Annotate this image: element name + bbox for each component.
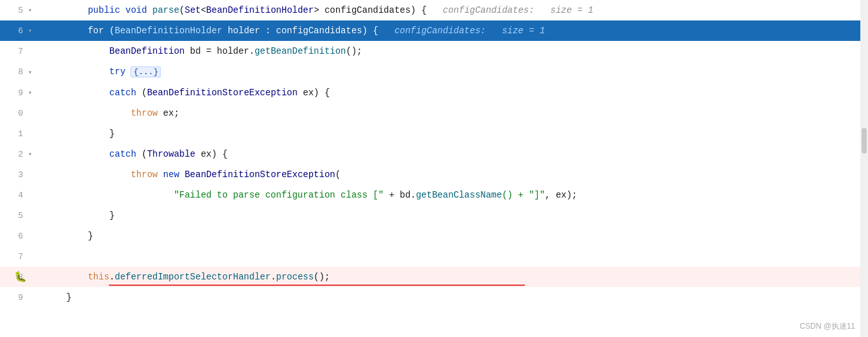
kw-orange-token: this	[88, 272, 109, 282]
code-content: try {...}	[40, 61, 868, 82]
line-gutter: 7	[0, 246, 40, 267]
line-gutter: 8▾	[0, 61, 40, 82]
fold-icon	[26, 293, 35, 302]
line-gutter: 5	[0, 205, 40, 226]
method-token: process	[276, 272, 314, 282]
string-token: () + "]"	[502, 190, 545, 200]
method-token: getBeanDefinition	[255, 46, 346, 56]
code-content: "Failed to parse configuration class [" …	[40, 185, 868, 205]
code-editor: 5▾ public void parse(Set<BeanDefinitionH…	[0, 0, 868, 337]
method-token: deferredImportSelectorHandler	[115, 272, 271, 282]
code-content: }	[40, 205, 868, 226]
line-number: 0	[10, 109, 23, 118]
error-underline	[109, 284, 525, 286]
var-token: + bd.	[383, 190, 415, 200]
var-token: ex;	[157, 108, 179, 118]
line-gutter: 0	[0, 103, 40, 123]
code-content: for (BeanDefinitionHolder holder : confi…	[40, 20, 868, 41]
punct-token: ();	[314, 272, 330, 282]
code-content: BeanDefinition bd = holder.getBeanDefini…	[40, 41, 868, 61]
type-token: Set	[184, 5, 200, 15]
fold-icon	[26, 252, 35, 261]
code-line: 6 }	[0, 226, 868, 246]
code-line: 3 throw new BeanDefinitionStoreException…	[0, 164, 868, 185]
type-token: BeanDefinitionHolder	[206, 5, 314, 15]
string-token: "Failed to parse configuration class ["	[174, 190, 384, 200]
kw-token: catch	[109, 149, 136, 159]
code-line: 8▾ try {...}	[0, 61, 868, 82]
line-gutter: 3	[0, 164, 40, 185]
fold-icon[interactable]: ▾	[26, 6, 35, 15]
type-token: BeanDefinitionStoreException	[147, 88, 298, 98]
hint-token: configCandidates: size = 1	[427, 5, 593, 15]
line-gutter: 6▾	[0, 20, 40, 41]
fold-icon	[26, 109, 35, 118]
fold-icon	[26, 272, 35, 281]
line-gutter: 9▾	[0, 82, 40, 103]
var-token: ex) {	[298, 88, 330, 98]
type-token: Throwable	[147, 149, 196, 159]
kw-orange-token: throw	[131, 108, 157, 118]
code-content: catch (Throwable ex) {	[40, 144, 868, 164]
vertical-scrollbar[interactable]	[860, 0, 868, 337]
code-content: catch (BeanDefinitionStoreException ex) …	[40, 82, 868, 103]
kw-token: new	[163, 169, 179, 180]
error-icon: 🐛	[14, 270, 27, 283]
line-number: 8	[10, 67, 23, 77]
kw-token: for	[88, 26, 104, 36]
punct-token: }	[45, 129, 115, 139]
kw-token: void	[125, 5, 147, 15]
method-token: getBeanClassName	[416, 190, 502, 200]
line-gutter: 9	[0, 287, 40, 308]
line-number: 2	[10, 150, 23, 159]
line-number: 6	[10, 26, 23, 36]
code-line: 4 "Failed to parse configuration class […	[0, 185, 868, 205]
punct-token: (	[136, 149, 147, 159]
code-content: }	[40, 287, 868, 308]
var-token: holder : configCandidates) {	[222, 26, 378, 36]
line-number: 9	[10, 88, 23, 98]
line-gutter: 6	[0, 226, 40, 246]
code-line: 0 throw ex;	[0, 103, 868, 123]
fold-icon[interactable]: ▾	[26, 68, 35, 77]
line-gutter: 7	[0, 41, 40, 61]
kw-token: catch	[109, 88, 136, 98]
fold-icon	[26, 129, 35, 138]
code-line: 6▾ for (BeanDefinitionHolder holder : co…	[0, 20, 868, 41]
code-content: }	[40, 123, 868, 144]
line-gutter: 5▾	[0, 0, 40, 20]
punct-token: ();	[346, 46, 362, 56]
punct-token: }	[45, 231, 93, 241]
code-content	[40, 246, 868, 267]
type-token: BeanDefinitionStoreException	[184, 169, 335, 180]
fold-icon[interactable]: ▾	[26, 150, 35, 159]
code-line: 5 }	[0, 205, 868, 226]
line-number: 1	[10, 129, 23, 139]
kw-token: try	[109, 67, 125, 77]
code-content: }	[40, 226, 868, 246]
type-token: BeanDefinition	[109, 46, 185, 56]
fold-icon[interactable]: ▾	[26, 26, 35, 35]
line-number: 3	[10, 170, 23, 180]
punct-token: .	[109, 272, 115, 282]
kw-token: public	[88, 5, 120, 15]
fold-icon	[26, 47, 35, 56]
watermark-text: CSDN @执迷11	[800, 321, 855, 332]
punct-token: (	[335, 169, 341, 180]
code-content: public void parse(Set<BeanDefinitionHold…	[40, 0, 868, 20]
punct-token: > configCandidates) {	[314, 5, 426, 15]
code-line: 5▾ public void parse(Set<BeanDefinitionH…	[0, 0, 868, 20]
type-token: BeanDefinitionHolder	[115, 26, 222, 36]
punct-token: (	[104, 26, 115, 36]
line-number: 7	[10, 252, 23, 262]
code-line: 7 BeanDefinition bd = holder.getBeanDefi…	[0, 41, 868, 61]
punct-token: <	[201, 5, 206, 15]
code-line: 7	[0, 246, 868, 267]
line-number: 5	[10, 6, 23, 15]
kw-orange-token: throw	[131, 169, 157, 180]
punct-token: }	[45, 292, 72, 302]
scrollbar-thumb[interactable]	[862, 128, 867, 153]
bracket-fold[interactable]: {...}	[131, 67, 161, 77]
fold-icon[interactable]: ▾	[26, 88, 35, 97]
fold-icon	[26, 231, 35, 240]
